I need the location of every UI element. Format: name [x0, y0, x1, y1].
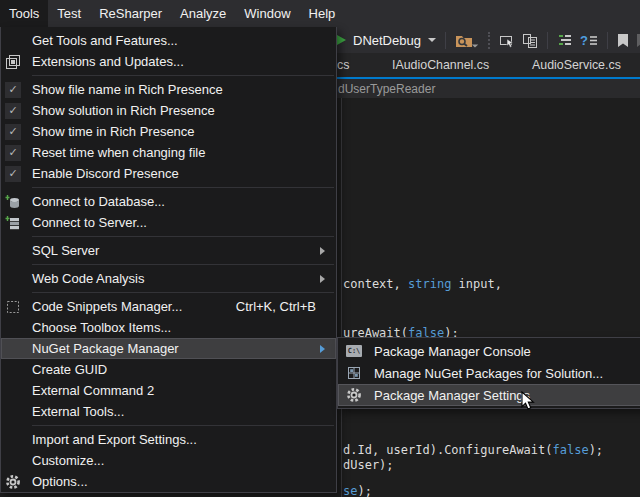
menu-item-label: Choose Toolbox Items... [32, 320, 328, 335]
checkmark-icon: ✓ [1, 103, 32, 119]
menu-item-extensions-and-updates[interactable]: Extensions and Updates... [1, 51, 336, 72]
connect-server-icon [1, 215, 32, 231]
menu-item-label: Connect to Database... [32, 194, 328, 209]
breadcrumb[interactable]: dUserTypeReader [338, 79, 435, 98]
find-dropdown-icon[interactable] [472, 44, 478, 47]
menu-separator [1, 233, 336, 240]
menu-item-create-guid[interactable]: Create GUID [1, 359, 336, 380]
menu-item-enable-discord-presence[interactable]: ✓Enable Discord Presence [1, 163, 336, 184]
menu-item-import-and-export-settings[interactable]: Import and Export Settings... [1, 429, 336, 450]
indent-guide [341, 98, 342, 497]
tab-audioservice-cs[interactable]: AudioService.cs [532, 53, 621, 77]
menu-item-customize[interactable]: Customize... [1, 450, 336, 471]
run-config-label[interactable]: DNetDebug [353, 33, 421, 48]
menu-separator [1, 72, 336, 79]
run-icon[interactable] [337, 35, 346, 45]
toolbar-separator [547, 32, 548, 49]
bookmark-next-icon[interactable] [636, 34, 640, 47]
submenu-item-package-manager-settings[interactable]: Package Manager Settings [338, 384, 640, 406]
copy-structure-icon[interactable] [522, 33, 538, 48]
menu-item-reset-time-when-changing-file[interactable]: ✓Reset time when changing file [1, 142, 336, 163]
tab-cs[interactable]: cs [337, 53, 349, 77]
menu-item-label: Import and Export Settings... [32, 432, 328, 447]
menu-item-nuget-package-manager[interactable]: NuGet Package Manager [1, 338, 336, 359]
menu-item-connect-to-server[interactable]: Connect to Server... [1, 212, 336, 233]
menu-item-show-file-name-in-rich-presence[interactable]: ✓Show file name in Rich Presence [1, 79, 336, 100]
code-line: context, string input, [343, 277, 502, 291]
menu-item-label: NuGet Package Manager [32, 341, 320, 356]
code-line: se); [343, 484, 372, 497]
menubar-item-resharper[interactable]: ReSharper [90, 0, 171, 27]
submenu-item-package-manager-console[interactable]: C:\Package Manager Console [338, 340, 640, 362]
menu-item-label: External Tools... [32, 404, 328, 419]
menu-item-show-solution-in-rich-presence[interactable]: ✓Show solution in Rich Presence [1, 100, 336, 121]
tools-menu: Get Tools and Features...Extensions and … [0, 27, 337, 493]
checkmark-icon: ✓ [1, 124, 32, 140]
submenu-arrow-icon [320, 275, 325, 283]
run-config-dropdown-icon[interactable] [428, 38, 436, 42]
menubar-item-window[interactable]: Window [235, 0, 299, 27]
menu-separator [1, 261, 336, 268]
format-indent-icon[interactable] [557, 33, 573, 47]
menu-item-label: Connect to Server... [32, 215, 328, 230]
submenu-item-label: Package Manager Settings [374, 388, 530, 403]
menu-item-choose-toolbox-items[interactable]: Choose Toolbox Items... [1, 317, 336, 338]
toolbar-separator [445, 32, 446, 49]
menu-item-show-time-in-rich-presence[interactable]: ✓Show time in Rich Presence [1, 121, 336, 142]
menu-item-code-snippets-manager[interactable]: Code Snippets Manager...Ctrl+K, Ctrl+B [1, 296, 336, 317]
mouse-cursor [521, 391, 536, 412]
menu-item-label: Show solution in Rich Presence [32, 103, 328, 118]
toolbar-grip[interactable] [488, 32, 490, 49]
menu-bar: ToolsTestReSharperAnalyzeWindowHelp [0, 0, 640, 27]
menu-separator [1, 184, 336, 191]
connect-database-icon [1, 194, 32, 210]
menu-item-options[interactable]: Options... [1, 471, 336, 492]
menu-item-label: Extensions and Updates... [32, 54, 328, 69]
menubar-item-test[interactable]: Test [48, 0, 90, 27]
console-icon: C:\ [343, 345, 365, 357]
submenu-arrow-icon [320, 345, 325, 353]
menubar-item-tools[interactable]: Tools [0, 0, 48, 27]
nuget-grid-icon [343, 365, 365, 381]
menubar-item-analyze[interactable]: Analyze [171, 0, 235, 27]
menu-item-connect-to-database[interactable]: Connect to Database... [1, 191, 336, 212]
toolbar-separator [607, 32, 608, 49]
menu-item-label: Reset time when changing file [32, 145, 328, 160]
bookmark-icon[interactable] [617, 34, 629, 47]
menu-item-label: Show file name in Rich Presence [32, 82, 328, 97]
code-line: dUser); [343, 458, 394, 472]
menu-separator [1, 422, 336, 429]
menu-item-sql-server[interactable]: SQL Server [1, 240, 336, 261]
select-element-icon[interactable] [499, 33, 515, 48]
help-lines-icon[interactable]: ? [580, 33, 598, 47]
menu-separator [1, 289, 336, 296]
submenu-item-label: Manage NuGet Packages for Solution... [374, 366, 603, 381]
menu-item-external-tools[interactable]: External Tools... [1, 401, 336, 422]
menu-item-label: Create GUID [32, 362, 328, 377]
submenu-item-label: Package Manager Console [374, 344, 531, 359]
find-in-files-icon[interactable] [455, 32, 473, 48]
menubar-item-help[interactable]: Help [300, 0, 345, 27]
code-line: d.Id, userId).ConfigureAwait(false); [343, 443, 603, 457]
gear-icon [1, 474, 32, 490]
menu-item-web-code-analysis[interactable]: Web Code Analysis [1, 268, 336, 289]
nuget-submenu: C:\Package Manager ConsoleManage NuGet P… [337, 337, 640, 409]
menu-item-external-command-2[interactable]: External Command 2 [1, 380, 336, 401]
menu-item-label: Enable Discord Presence [32, 166, 328, 181]
menu-item-get-tools-and-features[interactable]: Get Tools and Features... [1, 30, 336, 51]
menu-item-label: SQL Server [32, 243, 320, 258]
checkmark-icon: ✓ [1, 82, 32, 98]
menu-item-label: Web Code Analysis [32, 271, 320, 286]
gear-icon [343, 387, 365, 403]
checkmark-icon: ✓ [1, 166, 32, 182]
menu-item-label: Get Tools and Features... [32, 33, 328, 48]
checkmark-icon: ✓ [1, 145, 32, 161]
extensions-icon [1, 54, 32, 70]
menu-item-label: Options... [32, 474, 328, 489]
snippets-icon [1, 299, 32, 315]
submenu-item-manage-nuget-packages-for-solution[interactable]: Manage NuGet Packages for Solution... [338, 362, 640, 384]
menu-item-label: Customize... [32, 453, 328, 468]
menu-item-label: Code Snippets Manager... [32, 299, 236, 314]
tab-iaudiochannel-cs[interactable]: IAudioChannel.cs [392, 53, 489, 77]
menu-item-shortcut: Ctrl+K, Ctrl+B [236, 299, 316, 314]
